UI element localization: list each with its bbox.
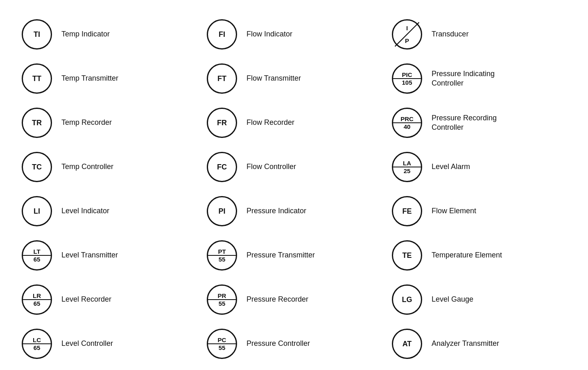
row-1-6: PR55Pressure Recorder [201, 278, 387, 322]
label-1-2: Flow Recorder [247, 118, 294, 127]
label-1-5: Pressure Transmitter [247, 250, 315, 260]
split-bottom: 65 [34, 256, 41, 262]
split-bottom: 40 [404, 124, 411, 130]
symbol-2-4: FE [391, 195, 423, 228]
row-1-2: FRFlow Recorder [201, 101, 387, 145]
label-0-6: Level Recorder [61, 295, 111, 304]
label-0-5: Level Transmitter [61, 250, 118, 260]
circle-FC: FC [207, 152, 237, 182]
label-2-1: Pressure IndicatingController [432, 69, 495, 88]
circle-split-PR: PR55 [207, 284, 237, 315]
label-1-0: Flow Indicator [247, 29, 292, 39]
split-top: LC [33, 337, 41, 343]
column-1: FIFlow IndicatorFTFlow TransmitterFRFlow… [201, 12, 387, 366]
row-2-4: FEFlow Element [387, 189, 572, 233]
label-0-2: Temp Recorder [61, 118, 112, 127]
split-top: PRC [400, 116, 414, 122]
split-bottom: 55 [219, 300, 226, 307]
symbol-2-2: PRC40 [391, 106, 423, 139]
split-bottom: 65 [34, 345, 41, 351]
row-0-1: TTTemp Transmitter [16, 56, 201, 101]
circle-TE: TE [392, 240, 422, 271]
circle-FR: FR [207, 108, 237, 138]
label-2-4: Flow Element [432, 206, 476, 216]
split-bottom: 55 [219, 256, 226, 262]
circle-LG: LG [392, 284, 422, 315]
split-bottom: 55 [219, 345, 226, 351]
diag-text-top: I [406, 25, 408, 32]
circle-split-PT: PT55 [207, 240, 237, 271]
circle-FE: FE [392, 196, 422, 226]
row-1-1: FTFlow Transmitter [201, 56, 387, 101]
label-2-5: Temperature Element [432, 250, 502, 260]
split-bottom: 105 [402, 79, 412, 86]
row-0-5: LT65Level Transmitter [16, 233, 201, 278]
symbol-1-1: FT [206, 62, 238, 95]
label-2-3: Level Alarm [432, 162, 470, 171]
row-0-4: LILevel Indicator [16, 189, 201, 233]
label-2-0: Transducer [432, 29, 468, 39]
row-0-7: LC65Level Controller [16, 322, 201, 366]
label-1-1: Flow Transmitter [247, 74, 301, 83]
circle-TR: TR [22, 108, 52, 138]
circle-PI: PI [207, 196, 237, 226]
circle-LI: LI [22, 196, 52, 226]
symbol-2-3: LA25 [391, 151, 423, 183]
symbol-1-4: PI [206, 195, 238, 228]
symbol-1-3: FC [206, 151, 238, 183]
row-0-2: TRTemp Recorder [16, 101, 201, 145]
symbol-0-1: TT [20, 62, 53, 95]
diag-text-bottom: P [405, 37, 409, 44]
row-1-4: PIPressure Indicator [201, 189, 387, 233]
label-1-6: Pressure Recorder [247, 295, 308, 304]
column-2: IPTransducerPIC105Pressure IndicatingCon… [387, 12, 572, 366]
label-2-6: Level Gauge [432, 295, 473, 304]
row-0-3: TCTemp Controller [16, 145, 201, 189]
split-bottom: 25 [404, 168, 411, 174]
row-2-1: PIC105Pressure IndicatingController [387, 56, 572, 101]
symbol-2-7: AT [391, 327, 423, 360]
circle-FI: FI [207, 19, 237, 50]
circle-split-PRC: PRC40 [392, 108, 422, 138]
split-top: LR [33, 293, 41, 299]
row-2-6: LGLevel Gauge [387, 278, 572, 322]
row-0-0: TITemp Indicator [16, 12, 201, 56]
symbol-0-0: TI [20, 18, 53, 51]
label-0-7: Level Controller [61, 339, 113, 348]
row-2-5: TETemperature Element [387, 233, 572, 278]
symbol-1-6: PR55 [206, 283, 238, 316]
label-0-1: Temp Transmitter [61, 74, 118, 83]
symbol-0-7: LC65 [20, 327, 53, 360]
split-top: LA [403, 160, 411, 166]
circle-TC: TC [22, 152, 52, 182]
circle-split-LR: LR65 [22, 284, 52, 315]
circle-split-PC: PC55 [207, 329, 237, 359]
split-top: PR [218, 293, 226, 299]
circle-AT: AT [392, 329, 422, 359]
symbol-1-0: FI [206, 18, 238, 51]
circle-split-PIC: PIC105 [392, 63, 422, 94]
label-1-7: Pressure Controller [247, 339, 310, 348]
circle-split-LC: LC65 [22, 329, 52, 359]
row-2-7: ATAnalyzer Transmitter [387, 322, 572, 366]
row-2-3: LA25Level Alarm [387, 145, 572, 189]
label-1-4: Pressure Indicator [247, 206, 306, 216]
column-0: TITemp IndicatorTTTemp TransmitterTRTemp… [16, 12, 201, 366]
row-2-2: PRC40Pressure RecordingController [387, 101, 572, 145]
circle-FT: FT [207, 63, 237, 94]
split-bottom: 65 [34, 300, 41, 307]
row-1-3: FCFlow Controller [201, 145, 387, 189]
symbol-1-5: PT55 [206, 239, 238, 272]
symbol-1-2: FR [206, 106, 238, 139]
symbol-0-5: LT65 [20, 239, 53, 272]
circle-split-LT: LT65 [22, 240, 52, 271]
split-top: PT [218, 248, 226, 255]
symbol-1-7: PC55 [206, 327, 238, 360]
circle-split-LA: LA25 [392, 152, 422, 182]
circle-TT: TT [22, 63, 52, 94]
label-1-3: Flow Controller [247, 162, 296, 171]
symbol-0-6: LR65 [20, 283, 53, 316]
row-1-5: PT55Pressure Transmitter [201, 233, 387, 278]
circle-diag-ip: IP [392, 19, 422, 50]
main-grid: TITemp IndicatorTTTemp TransmitterTRTemp… [16, 12, 572, 366]
